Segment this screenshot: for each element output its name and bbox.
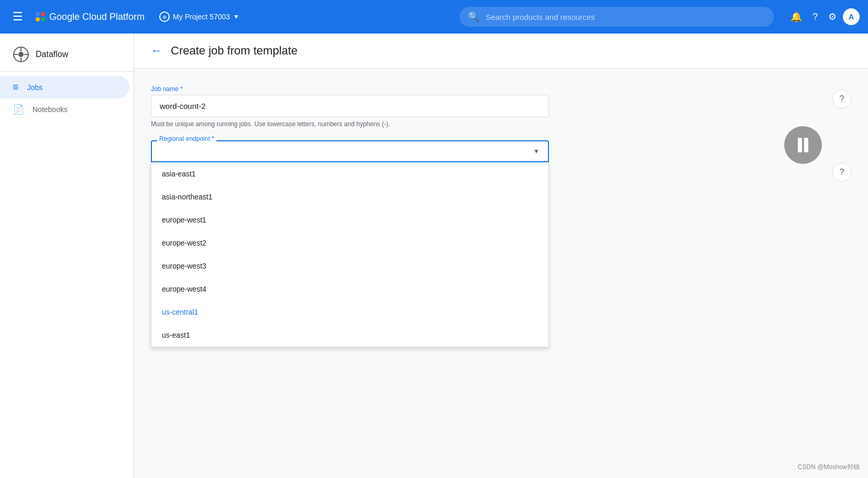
- job-name-field: Job name * Must be unique among running …: [151, 85, 549, 128]
- job-name-input[interactable]: [151, 95, 549, 117]
- dropdown-item-us-central1[interactable]: us-central1: [151, 301, 548, 324]
- regional-endpoint-wrapper: Regional endpoint * ▼ asia-east1 asia-no…: [151, 140, 549, 162]
- job-name-label: Job name *: [151, 85, 549, 93]
- nav-right-icons: 🔔 ? ⚙ A: [786, 7, 860, 27]
- app-logo: Google Cloud Platform: [36, 12, 145, 23]
- project-icon: ⊕: [159, 12, 170, 22]
- main-content: ← Create job from template Job name * Mu…: [134, 34, 868, 478]
- jobs-icon: ≡: [13, 81, 19, 93]
- svg-point-1: [18, 52, 24, 57]
- avatar[interactable]: A: [843, 8, 860, 25]
- logo-dot-blue: [36, 12, 40, 16]
- top-navigation: ☰ Google Cloud Platform ⊕ My Project 570…: [0, 0, 868, 34]
- dropdown-item-europe-west2[interactable]: europe-west2: [151, 231, 548, 254]
- dropdown-item-us-east1[interactable]: us-east1: [151, 324, 548, 347]
- dataflow-service-icon: [13, 46, 29, 63]
- regional-endpoint-dropdown[interactable]: ▼: [151, 140, 549, 162]
- sidebar-item-label-notebooks: Notebooks: [32, 105, 68, 114]
- pause-icon: [798, 138, 808, 152]
- dropdown-list: asia-east1 asia-northeast1 europe-west1 …: [151, 162, 549, 347]
- logo-dot-yellow: [36, 17, 40, 21]
- back-button[interactable]: ←: [151, 44, 162, 58]
- main-layout: Dataflow ≡ Jobs 📄 Notebooks ← Create job…: [0, 34, 868, 478]
- sidebar-item-label-jobs: Jobs: [27, 83, 43, 92]
- help-button-top[interactable]: ?: [832, 90, 851, 108]
- project-name: My Project 57003: [173, 13, 230, 21]
- dropdown-item-asia-east1[interactable]: asia-east1: [151, 162, 548, 185]
- sidebar-item-jobs[interactable]: ≡ Jobs: [0, 76, 129, 98]
- google-logo-dots: [36, 12, 45, 21]
- notifications-icon[interactable]: 🔔: [786, 7, 806, 27]
- content-header: ← Create job from template: [134, 34, 868, 69]
- pause-button[interactable]: [784, 126, 822, 164]
- sidebar-service-header: Dataflow: [0, 38, 134, 72]
- dropdown-arrow-icon: ▼: [533, 148, 540, 155]
- search-icon: 🔍: [468, 11, 479, 23]
- help-icon[interactable]: ?: [808, 7, 822, 27]
- logo-dot-red: [41, 12, 45, 16]
- logo-dot-green: [41, 17, 45, 21]
- search-bar: 🔍: [459, 7, 774, 27]
- sidebar-item-notebooks[interactable]: 📄 Notebooks: [0, 98, 129, 120]
- content-body: Job name * Must be unique among running …: [134, 69, 868, 179]
- page-title: Create job from template: [171, 44, 298, 58]
- settings-icon[interactable]: ⚙: [824, 7, 841, 27]
- watermark: CSDN @Moshow邦锦: [798, 463, 860, 472]
- dropdown-item-europe-west3[interactable]: europe-west3: [151, 254, 548, 277]
- menu-icon[interactable]: ☰: [8, 6, 27, 28]
- regional-endpoint-label: Regional endpoint *: [157, 135, 216, 142]
- dropdown-item-europe-west4[interactable]: europe-west4: [151, 277, 548, 301]
- search-input[interactable]: [486, 13, 765, 21]
- sidebar-service-name: Dataflow: [36, 50, 68, 59]
- job-name-hint: Must be unique among running jobs. Use l…: [151, 120, 549, 128]
- project-selector[interactable]: ⊕ My Project 57003 ▼: [153, 8, 246, 25]
- help-button-bottom[interactable]: ?: [832, 163, 851, 182]
- project-dropdown-icon: ▼: [233, 13, 239, 20]
- sidebar: Dataflow ≡ Jobs 📄 Notebooks: [0, 34, 134, 478]
- dropdown-item-asia-northeast1[interactable]: asia-northeast1: [151, 185, 548, 208]
- app-title: Google Cloud Platform: [49, 12, 145, 23]
- notebooks-icon: 📄: [13, 104, 24, 115]
- dropdown-item-europe-west1[interactable]: europe-west1: [151, 208, 548, 231]
